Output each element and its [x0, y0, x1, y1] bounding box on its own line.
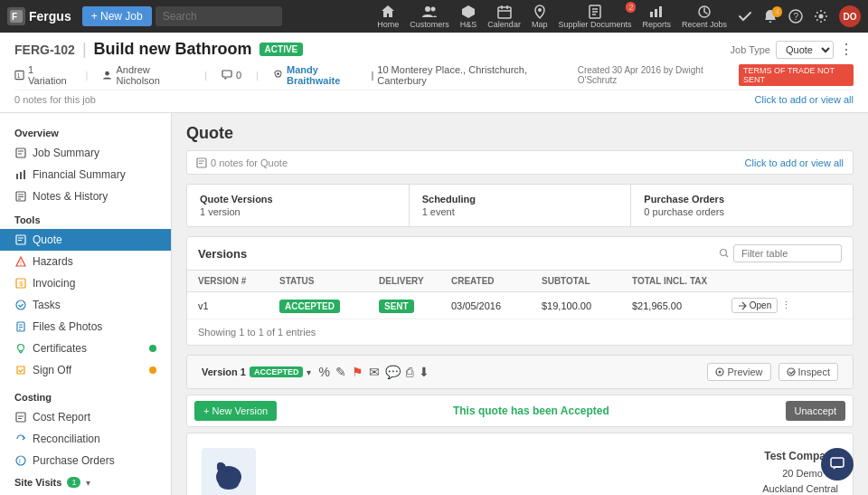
- download-icon[interactable]: ⬇: [419, 365, 429, 379]
- chevron-down-icon: ▾: [86, 478, 90, 488]
- sidebar-item-job-summary[interactable]: Job Summary: [0, 142, 171, 164]
- sidebar-item-files[interactable]: Files & Photos: [0, 316, 171, 338]
- certs-dot: [149, 345, 156, 352]
- edit-icon[interactable]: ✎: [335, 365, 346, 379]
- percent-icon[interactable]: %: [318, 365, 329, 379]
- svg-point-28: [16, 300, 25, 309]
- hazards-icon: !: [14, 255, 27, 268]
- job-type-label: Job Type: [731, 44, 770, 55]
- col-subtotal-header: SUBTOTAL: [542, 276, 632, 286]
- open-row-button[interactable]: Open: [731, 298, 778, 313]
- version-dropdown[interactable]: ▾: [307, 367, 311, 377]
- sidebar-item-signoff[interactable]: Sign Off: [0, 359, 171, 381]
- subtotal-cell: $19,100.00: [542, 300, 632, 311]
- bell-nav-item[interactable]: 4: [763, 9, 778, 24]
- sidebar-item-invoicing[interactable]: $ Invoicing: [0, 272, 171, 294]
- svg-point-37: [719, 371, 722, 374]
- job-notes-bar: 0 notes for this job Click to add or vie…: [14, 90, 854, 105]
- svg-point-3: [431, 6, 436, 11]
- print-icon[interactable]: ⎙: [406, 365, 413, 379]
- sidebar-item-hazards[interactable]: ! Hazards: [0, 251, 171, 272]
- svg-rect-7: [650, 12, 653, 17]
- job-type-select[interactable]: Quote: [776, 41, 834, 59]
- check-nav-item[interactable]: [738, 9, 752, 24]
- home-nav-item[interactable]: Home: [377, 5, 399, 29]
- terms-badge[interactable]: TERMS OF TRADE NOT SENT: [739, 64, 854, 86]
- client-item: Mandy Braithwaite | 10 Monterey Place., …: [273, 64, 563, 86]
- svg-rect-44: [831, 458, 844, 467]
- chat-widget[interactable]: [821, 448, 854, 481]
- delivery-cell: SENT: [379, 300, 451, 311]
- new-version-button[interactable]: + New Version: [194, 401, 277, 421]
- tasks-icon: [14, 299, 27, 311]
- col-actions-header: [731, 276, 842, 286]
- svg-point-18: [277, 72, 279, 75]
- search-input[interactable]: [156, 6, 282, 26]
- recent-jobs-nav-item[interactable]: Recent Jobs: [682, 5, 727, 29]
- flag-icon[interactable]: ⚑: [352, 365, 363, 379]
- email-icon[interactable]: ✉: [369, 365, 380, 379]
- supplier-docs-nav-item[interactable]: 2 Supplier Documents: [558, 5, 631, 29]
- content-area: Quote 0 notes for Quote Click to add or …: [172, 113, 868, 495]
- has-nav-item[interactable]: H&S: [460, 5, 477, 29]
- table-row: v1 ACCEPTED SENT 03/05/2016 $19,100.00 $…: [187, 292, 853, 319]
- assignee-item: Andrew Nicholson: [102, 64, 190, 86]
- files-icon: [14, 320, 27, 333]
- inspect-button[interactable]: Inspect: [778, 363, 838, 381]
- svg-point-2: [425, 6, 430, 12]
- col-version-header: VERSION #: [198, 276, 279, 286]
- content-notes-bar: 0 notes for Quote Click to add or view a…: [186, 150, 854, 175]
- summary-card-1: Scheduling 1 event: [410, 185, 632, 226]
- sidebar-item-certificates[interactable]: Certificates: [0, 338, 171, 359]
- new-job-button[interactable]: + New Job: [82, 6, 152, 26]
- version-cell: v1: [198, 300, 279, 311]
- sidebar-item-financial-summary[interactable]: Financial Summary: [0, 164, 171, 186]
- avatar[interactable]: DO: [839, 5, 861, 27]
- created-cell: 03/05/2016: [451, 300, 542, 311]
- sidebar-item-notes-history[interactable]: Notes & History: [0, 186, 171, 207]
- costing-section-title: Costing: [0, 385, 171, 406]
- chat-icon[interactable]: 💬: [385, 365, 401, 379]
- sidebar-item-cost-report[interactable]: Cost Report: [0, 406, 171, 428]
- notes-view-all[interactable]: Click to add or view all: [745, 157, 844, 168]
- versions-title: Versions: [198, 247, 247, 261]
- logo-icon: F: [7, 7, 25, 25]
- versions-panel: Versions VERSION # STATUS DELIVERY CREAT…: [186, 236, 854, 346]
- client-name[interactable]: Mandy Braithwaite: [287, 64, 367, 86]
- calendar-nav-item[interactable]: Calendar: [487, 5, 521, 29]
- certs-icon: [14, 342, 27, 355]
- sidebar-item-reconciliation[interactable]: Reconciliation: [0, 428, 171, 450]
- svg-point-32: [16, 456, 25, 465]
- customers-nav-item[interactable]: Customers: [410, 5, 449, 29]
- preview-button[interactable]: Preview: [707, 363, 770, 381]
- nav-icon-group: Home Customers H&S Calendar Map 2 Suppli…: [377, 5, 861, 29]
- summary-card-0: Quote Versions 1 version: [187, 185, 410, 226]
- svg-rect-31: [16, 413, 25, 422]
- svg-point-35: [721, 250, 727, 256]
- table-header: VERSION # STATUS DELIVERY CREATED SUBTOT…: [187, 271, 853, 292]
- status-badge: ACCEPTED: [279, 300, 340, 313]
- help-nav-item[interactable]: ?: [788, 9, 803, 24]
- variations-item[interactable]: 1 1 Variation: [14, 64, 71, 86]
- accepted-message: This quote has been Accepted: [284, 405, 778, 417]
- main-layout: Overview Job Summary Financial Summary N…: [0, 113, 868, 495]
- sidebar-item-quote[interactable]: Quote: [0, 229, 171, 251]
- status-cell: ACCEPTED: [279, 300, 379, 311]
- site-visits-header[interactable]: Site Visits 1 ▾: [0, 471, 171, 491]
- map-nav-item[interactable]: Map: [532, 5, 548, 29]
- filter-table-input[interactable]: [733, 244, 842, 262]
- svg-rect-9: [659, 6, 662, 17]
- row-more-button[interactable]: ⋮: [781, 300, 791, 311]
- more-options-button[interactable]: ⋮: [839, 41, 854, 58]
- unaccept-button[interactable]: Unaccept: [786, 401, 845, 421]
- settings-nav-item[interactable]: [814, 9, 828, 24]
- job-number: FERG-102: [14, 43, 75, 57]
- sidebar-item-purchase-orders[interactable]: i Purchase Orders: [0, 450, 171, 471]
- col-total-header: TOTAL INCL. TAX: [632, 276, 731, 286]
- sidebar-item-tasks[interactable]: Tasks: [0, 294, 171, 316]
- job-type-section: Job Type Quote ⋮: [731, 41, 854, 59]
- notes-action[interactable]: Click to add or view all: [755, 94, 854, 105]
- reconciliation-icon: [14, 433, 27, 445]
- content-notes-icon: [196, 157, 211, 168]
- reports-nav-item[interactable]: Reports: [642, 5, 671, 29]
